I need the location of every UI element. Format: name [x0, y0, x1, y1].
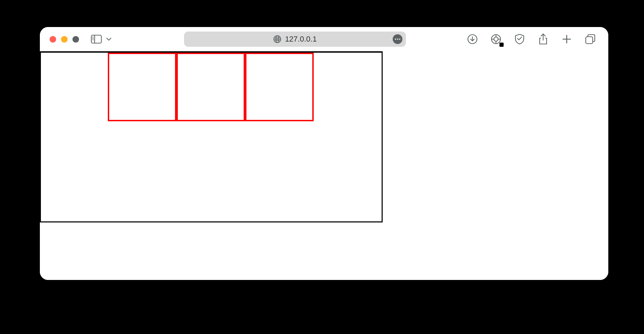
share-button[interactable]	[536, 32, 550, 46]
svg-rect-0	[92, 35, 102, 43]
red-box-3	[245, 53, 314, 121]
minimize-window-button[interactable]	[61, 36, 68, 43]
svg-point-10	[399, 38, 400, 40]
address-content: 127.0.0.1	[273, 35, 317, 44]
tabs-overview-button[interactable]	[583, 32, 597, 46]
sidebar-toggle-button[interactable]	[89, 32, 103, 46]
close-window-button[interactable]	[50, 36, 56, 43]
plus-icon	[562, 35, 571, 44]
browser-window: 127.0.0.1	[40, 27, 608, 280]
shield-button[interactable]	[513, 32, 526, 46]
red-box-1	[108, 53, 176, 121]
privacy-report-button[interactable]	[489, 32, 503, 46]
sidebar-controls	[89, 32, 113, 46]
lock-badge-icon	[499, 43, 504, 47]
tabs-icon	[585, 34, 595, 44]
browser-toolbar: 127.0.0.1	[40, 27, 608, 51]
address-text: 127.0.0.1	[285, 35, 317, 44]
globe-icon	[273, 35, 281, 43]
right-toolbar	[465, 32, 597, 46]
address-bar[interactable]: 127.0.0.1	[184, 32, 406, 47]
sidebar-icon	[91, 35, 102, 44]
svg-point-8	[395, 38, 396, 40]
sidebar-dropdown-button[interactable]	[105, 32, 113, 46]
share-icon	[539, 33, 548, 45]
container-box	[40, 51, 383, 222]
page-content	[40, 51, 608, 280]
svg-rect-22	[586, 37, 593, 44]
svg-point-9	[397, 38, 398, 40]
chevron-down-icon	[106, 37, 112, 41]
red-box-2	[176, 53, 245, 121]
new-tab-button[interactable]	[560, 32, 574, 46]
ellipsis-icon	[394, 38, 401, 40]
svg-point-14	[494, 37, 498, 41]
download-icon	[467, 34, 478, 44]
shield-check-icon	[515, 34, 524, 45]
downloads-button[interactable]	[465, 32, 479, 46]
page-settings-button[interactable]	[393, 34, 402, 44]
window-controls	[50, 36, 79, 43]
maximize-window-button[interactable]	[72, 36, 79, 43]
red-boxes-row	[108, 53, 314, 121]
